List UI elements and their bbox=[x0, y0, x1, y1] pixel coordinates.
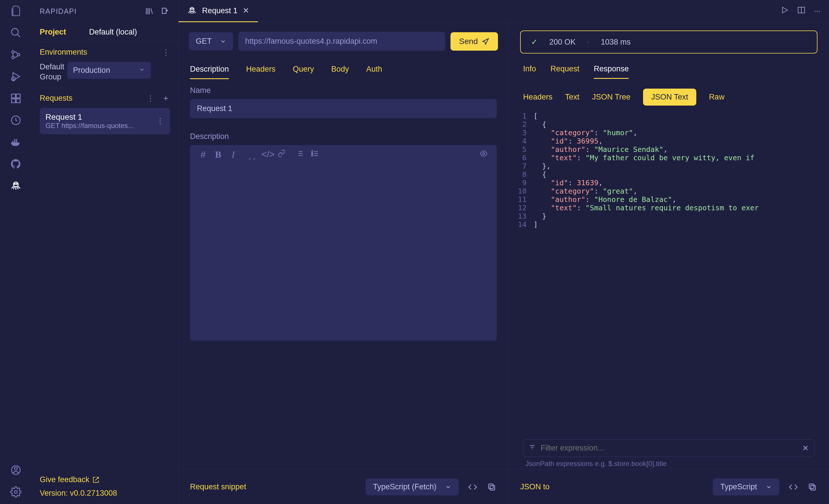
jsonto-lang-select[interactable]: TypeScript bbox=[713, 478, 780, 495]
name-input[interactable] bbox=[190, 99, 497, 118]
chevron-down-icon bbox=[220, 38, 226, 45]
source-control-icon[interactable] bbox=[9, 48, 22, 61]
svg-rect-13 bbox=[14, 139, 15, 141]
time-text: 1038 ms bbox=[601, 38, 631, 47]
github-icon[interactable] bbox=[9, 158, 22, 170]
debug-icon[interactable] bbox=[9, 70, 22, 83]
json-line: 13 } bbox=[517, 212, 829, 220]
activity-bar bbox=[0, 0, 32, 504]
chevron-down-icon bbox=[445, 484, 452, 490]
code-view-icon[interactable] bbox=[467, 482, 478, 492]
svg-point-20 bbox=[14, 491, 17, 493]
request-item[interactable]: Request 1 GET https://famous-quotes... ⋮ bbox=[40, 108, 170, 134]
quote-icon[interactable]: ˏˏ bbox=[246, 149, 257, 160]
send-icon bbox=[482, 38, 489, 45]
response-subnav-json-text[interactable]: JSON Text bbox=[643, 89, 696, 106]
give-feedback-link[interactable]: Give feedback bbox=[40, 475, 170, 484]
response-subnav-raw[interactable]: Raw bbox=[709, 89, 724, 106]
send-button[interactable]: Send bbox=[450, 32, 498, 51]
clear-icon[interactable]: ✕ bbox=[802, 443, 809, 453]
requests-more-icon[interactable]: ⋮ bbox=[146, 94, 154, 103]
settings-icon[interactable] bbox=[9, 486, 22, 498]
svg-point-0 bbox=[11, 29, 18, 35]
snippet-label: Request snippet bbox=[190, 482, 246, 491]
environment-selected: Production bbox=[73, 66, 110, 75]
json-viewer[interactable]: 1[2 {3 "category": "humor",4 "id": 36995… bbox=[509, 111, 829, 433]
account-icon[interactable] bbox=[9, 464, 22, 476]
method-select[interactable]: GET bbox=[189, 32, 233, 50]
json-line: 12 "text": "Small natures require despot… bbox=[517, 204, 829, 212]
editor-tab[interactable]: Request 1 ✕ bbox=[178, 0, 258, 22]
separator-dot: · bbox=[587, 38, 589, 47]
description-editor[interactable]: # B I ˏˏ </> 123 bbox=[190, 145, 497, 341]
svg-point-2 bbox=[12, 56, 14, 59]
environment-select[interactable]: Production bbox=[67, 62, 151, 79]
sidebar-title: RAPIDAPI bbox=[40, 7, 77, 15]
docker-icon[interactable] bbox=[9, 136, 22, 148]
italic-icon[interactable]: I bbox=[228, 149, 238, 160]
method-value: GET bbox=[196, 37, 212, 46]
json-line: 6 "text": "My father could be very witty… bbox=[517, 154, 829, 162]
svg-text:3: 3 bbox=[311, 154, 313, 157]
extensions-icon[interactable] bbox=[9, 92, 22, 105]
environments-more-icon[interactable]: ⋮ bbox=[161, 48, 170, 57]
ordered-list-icon[interactable]: 123 bbox=[310, 149, 320, 160]
code-view-icon[interactable] bbox=[788, 482, 798, 492]
request-tab-body[interactable]: Body bbox=[331, 65, 349, 79]
request-tab-auth[interactable]: Auth bbox=[366, 65, 382, 79]
code-icon[interactable]: </> bbox=[261, 149, 272, 160]
link-icon[interactable] bbox=[276, 149, 287, 160]
version-text: Version: v0.0.2713008 bbox=[40, 489, 170, 498]
svg-rect-6 bbox=[16, 94, 20, 98]
svg-point-17 bbox=[16, 184, 17, 184]
history-icon[interactable] bbox=[9, 114, 22, 126]
chevron-down-icon bbox=[139, 66, 145, 75]
snippet-lang-select[interactable]: TypeScript (Fetch) bbox=[366, 478, 459, 495]
response-subnav-headers[interactable]: Headers bbox=[523, 89, 552, 106]
request-tab-headers[interactable]: Headers bbox=[246, 65, 276, 79]
request-item-more-icon[interactable]: ⋮ bbox=[156, 117, 165, 125]
response-subnav-json-tree[interactable]: JSON Tree bbox=[592, 89, 631, 106]
svg-rect-8 bbox=[16, 99, 20, 103]
json-line: 10 "category": "great", bbox=[517, 187, 829, 195]
search-icon[interactable] bbox=[9, 27, 22, 39]
close-tab-icon[interactable]: ✕ bbox=[243, 6, 249, 15]
response-nav-response[interactable]: Response bbox=[594, 65, 629, 79]
organize-icon[interactable] bbox=[160, 6, 170, 16]
run-icon[interactable] bbox=[780, 6, 789, 16]
files-icon[interactable] bbox=[9, 5, 22, 17]
filter-input[interactable] bbox=[523, 439, 815, 457]
svg-rect-5 bbox=[11, 94, 15, 98]
external-link-icon bbox=[93, 476, 99, 483]
environment-group-label: Default Group bbox=[40, 62, 65, 82]
sidebar: RAPIDAPI Project Default (local) Environ… bbox=[32, 0, 178, 504]
response-nav-request[interactable]: Request bbox=[550, 65, 579, 79]
url-input[interactable] bbox=[238, 32, 445, 51]
project-value[interactable]: Default (local) bbox=[89, 28, 137, 37]
heading-icon[interactable]: # bbox=[198, 149, 208, 160]
svg-rect-31 bbox=[489, 484, 493, 489]
svg-rect-7 bbox=[11, 99, 15, 103]
response-subnav-text[interactable]: Text bbox=[565, 89, 579, 106]
status-text: 200 OK bbox=[549, 38, 576, 47]
copy-icon[interactable] bbox=[486, 482, 497, 492]
library-icon[interactable] bbox=[144, 6, 154, 16]
preview-icon[interactable] bbox=[478, 149, 489, 160]
rapidapi-icon[interactable] bbox=[9, 180, 22, 192]
copy-icon[interactable] bbox=[807, 482, 818, 492]
svg-point-16 bbox=[14, 184, 15, 184]
more-icon[interactable]: ··· bbox=[814, 7, 820, 15]
list-icon[interactable] bbox=[295, 149, 305, 160]
request-tab-description[interactable]: Description bbox=[190, 65, 229, 79]
add-request-icon[interactable] bbox=[161, 94, 170, 103]
requests-label: Requests bbox=[40, 94, 73, 103]
bold-icon[interactable]: B bbox=[213, 149, 223, 160]
json-line: 1[ bbox=[517, 112, 829, 120]
json-line: 7 }, bbox=[517, 162, 829, 170]
editor-tab-title: Request 1 bbox=[202, 6, 238, 15]
response-nav-info[interactable]: Info bbox=[523, 65, 536, 79]
split-editor-icon[interactable] bbox=[797, 6, 806, 16]
request-tab-query[interactable]: Query bbox=[293, 65, 314, 79]
svg-rect-30 bbox=[490, 485, 495, 490]
svg-point-23 bbox=[191, 9, 192, 9]
